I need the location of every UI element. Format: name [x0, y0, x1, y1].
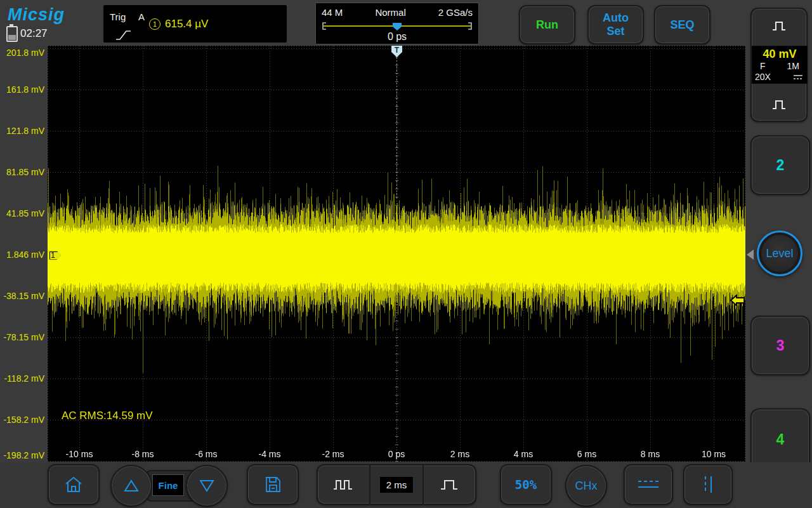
trigger-level-arrow-icon[interactable] [730, 294, 745, 307]
channel1-info-box[interactable]: 40 mV F 1M 20X [752, 46, 808, 84]
horizontal-cursor-button[interactable] [624, 464, 673, 505]
x-axis-label: 2 ms [450, 449, 469, 459]
y-axis-label: -158.2 mV [3, 415, 44, 425]
trigger-position-slider[interactable] [321, 21, 473, 31]
y-axis-label: 81.85 mV [6, 167, 44, 177]
timebase-control-group: 2 ms [317, 464, 476, 505]
horizontal-cursor-icon [634, 476, 663, 493]
y-axis-label: 161.8 mV [6, 84, 44, 95]
trigger-position-marker[interactable] [393, 23, 402, 30]
channel1-coupling: F [760, 61, 766, 71]
x-axis-label: 6 ms [577, 449, 596, 459]
timebase-value: 2 ms [380, 477, 414, 493]
run-button[interactable]: Run [519, 5, 575, 44]
pulse-icon [770, 18, 788, 33]
trigger-label: Trig [110, 11, 126, 22]
fine-mode-indicator[interactable]: Fine [152, 474, 184, 496]
zoom-out-button[interactable] [318, 465, 369, 504]
autoset-button[interactable]: Auto Set [587, 5, 644, 44]
save-button[interactable] [247, 464, 299, 505]
x-axis-labels: -10 ms-8 ms-6 ms-4 ms-2 ms0 ps2 ms4 ms6 … [48, 46, 745, 462]
timebase-value-button[interactable]: 2 ms [369, 465, 422, 504]
trigger-status-box[interactable]: Trig A 1 615.4 µV [103, 5, 287, 43]
timebase-row: 44 M Normal 2 GSa/s [316, 7, 478, 18]
y-axis-label: -78.15 mV [3, 332, 44, 342]
zoom-in-button[interactable] [422, 465, 475, 504]
sample-rate: 2 GSa/s [438, 7, 473, 18]
x-axis-label: 0 ps [388, 449, 405, 459]
timebase-status-box[interactable]: 44 M Normal 2 GSa/s 0 ps [315, 3, 479, 44]
x-axis-label: -8 ms [132, 449, 154, 459]
memory-depth: 44 M [322, 7, 343, 18]
pulse-icon [770, 97, 788, 112]
vertical-cursor-icon [695, 474, 721, 495]
y-axis-label: 201.8 mV [6, 48, 44, 58]
channel1-probe: 20X [755, 72, 771, 82]
channel2-button[interactable]: 2 [750, 135, 810, 195]
home-button[interactable] [48, 464, 100, 505]
y-axis-label: -38.15 mV [3, 291, 44, 301]
trigger-source-badge: 1 [149, 18, 160, 30]
channel-select-button[interactable]: CHx [565, 465, 607, 507]
home-icon [63, 475, 84, 494]
measurement-readout: AC RMS:14.59 mV [62, 410, 153, 422]
y-axis-label: -198.2 mV [3, 450, 44, 460]
x-axis-label: -6 ms [195, 449, 218, 459]
y-axis-labels: 201.8 mV161.8 mV121.8 mV81.85 mV41.85 mV… [0, 46, 48, 462]
save-icon [263, 474, 283, 495]
knob-pointer-icon [747, 250, 754, 260]
triangle-up-icon [123, 478, 140, 493]
trigger-mode: A [138, 11, 145, 22]
channel1-coupling-row: F 1M [752, 61, 807, 71]
x-axis-label: -4 ms [259, 449, 281, 459]
vertical-cursor-button[interactable] [683, 464, 733, 505]
trigger-50-percent-button[interactable]: 50% [500, 464, 552, 505]
acquire-mode: Normal [375, 7, 405, 18]
waveform-display[interactable]: -10 ms-8 ms-6 ms-4 ms-2 ms0 ps2 ms4 ms6 … [48, 46, 745, 462]
double-pulse-icon [331, 476, 357, 493]
y-axis-label: 41.85 mV [6, 208, 44, 218]
adjust-down-button[interactable] [186, 465, 228, 507]
level-knob[interactable]: Level [757, 231, 802, 276]
y-axis-label: 1.846 mV [6, 250, 44, 260]
y-axis-label: 121.8 mV [6, 126, 44, 136]
single-pulse-icon [438, 476, 461, 493]
triangle-down-icon [199, 478, 215, 493]
channel1-impedance: 1M [787, 61, 799, 71]
x-axis-label: -2 ms [322, 449, 344, 459]
channel1-probe-row: 20X [752, 72, 807, 82]
rising-edge-icon [115, 28, 133, 42]
x-axis-label: 4 ms [514, 449, 533, 459]
trigger-level-readout: 1 615.4 µV [149, 5, 208, 43]
x-axis-label: 10 ms [702, 449, 726, 459]
seq-button[interactable]: SEQ [654, 5, 710, 44]
channel1-scale: 40 mV [752, 48, 807, 61]
brand-logo: Micsig [8, 5, 65, 25]
channel3-button[interactable]: 3 [750, 316, 810, 375]
x-axis-label: 8 ms [641, 449, 660, 459]
x-axis-label: -10 ms [66, 449, 93, 459]
trigger-position-value: 0 ps [316, 31, 478, 43]
y-axis-label: -118.2 mV [4, 373, 44, 384]
dc-coupling-icon [792, 74, 804, 80]
battery-icon [6, 26, 18, 42]
status-time: 02:27 [20, 27, 48, 40]
adjust-up-button[interactable] [110, 465, 152, 507]
trigger-level-value: 615.4 µV [165, 18, 208, 30]
